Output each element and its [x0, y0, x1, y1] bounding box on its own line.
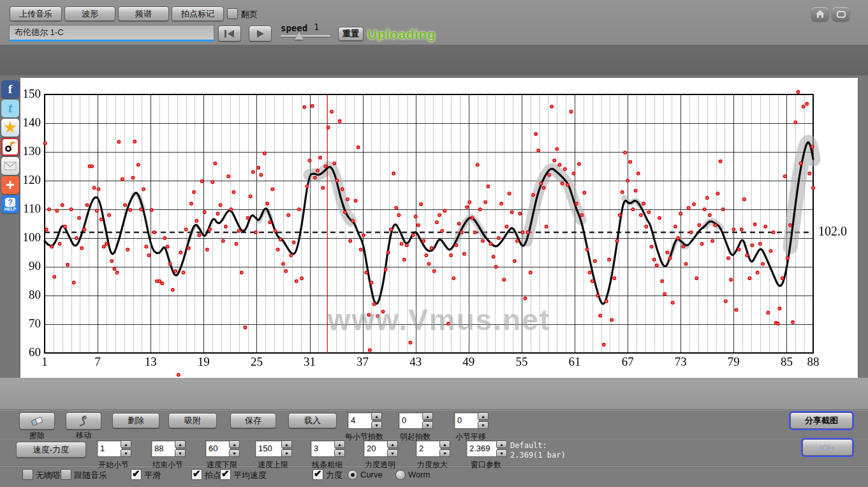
speed-value: 1 [314, 22, 319, 32]
spinner-小节平移-arrows: ▲▼ [478, 412, 489, 429]
tempo-dynamics-button[interactable]: 速度-力度 [16, 442, 86, 458]
spinner-结束小节-up[interactable]: ▲ [175, 440, 186, 448]
weibo-icon [4, 140, 17, 153]
spinner-每小节拍数-value[interactable]: 4 [348, 412, 373, 429]
qzone-star-icon: ★ [4, 119, 17, 136]
spinner-开始小节-arrows: ▲▼ [121, 440, 131, 457]
qzone-share-button[interactable]: ★ [1, 119, 19, 137]
filename-input[interactable]: 布伦德尔 1-C [9, 25, 214, 41]
checkbox-力度[interactable] [313, 469, 323, 480]
spinner-弱起拍数-value[interactable]: 0 [399, 412, 424, 429]
page-turn-checkbox[interactable] [227, 8, 238, 19]
spinner-力度放大-up[interactable]: ▲ [439, 440, 450, 448]
reset-button[interactable]: 重置 [338, 27, 364, 41]
spinner-结束小节-arrows: ▲▼ [175, 440, 186, 457]
move-tool-button[interactable] [66, 412, 101, 430]
erase-tool-button[interactable] [19, 412, 55, 430]
spinner-结束小节-down[interactable]: ▼ [175, 449, 186, 457]
spinner-结束小节-label: 结束小节 [140, 460, 196, 470]
speed-slider[interactable] [281, 35, 330, 37]
upload-music-button[interactable]: 上传音乐 [10, 6, 62, 21]
spinner-速度下限-arrows: ▲▼ [229, 440, 240, 457]
play-icon [256, 29, 265, 38]
spinner-速度下限-value[interactable]: 60 [205, 440, 231, 457]
spinner-力度透明-value[interactable]: 20 [364, 440, 389, 457]
move-curve-icon [77, 416, 90, 427]
waveform-button[interactable]: 波形 [64, 6, 115, 21]
spinner-窗口参数-up[interactable]: ▲ [496, 440, 507, 448]
spinner-每小节拍数-up[interactable]: ▲ [371, 412, 382, 420]
share-screenshot-button[interactable]: 分享截图 [790, 412, 853, 429]
radio-Worm[interactable] [395, 470, 406, 480]
page-turn-label: 翻页 [241, 9, 258, 20]
erase-tool-label: 擦除 [19, 430, 55, 441]
spinner-每小节拍数-down[interactable]: ▼ [371, 421, 382, 429]
spinner-力度透明-label: 力度透明 [352, 460, 408, 470]
radio-Curve[interactable] [348, 470, 358, 480]
spinner-弱起拍数-down[interactable]: ▼ [422, 421, 433, 429]
spinner-速度上限-value[interactable]: 150 [255, 440, 283, 457]
checkbox-label-平均速度: 平均速度 [233, 470, 267, 481]
save-button[interactable]: 保存 [230, 413, 276, 428]
facebook-share-button[interactable]: f [1, 80, 19, 98]
checkbox-label-力度: 力度 [326, 470, 342, 481]
spinner-小节平移-down[interactable]: ▼ [478, 421, 489, 429]
spinner-开始小节-value[interactable]: 1 [97, 440, 122, 457]
spinner-力度放大-value[interactable]: 2 [416, 440, 441, 457]
spinner-力度放大-down[interactable]: ▼ [439, 449, 450, 457]
checkbox-label-拍点: 拍点 [205, 470, 221, 481]
addthis-button[interactable]: + [1, 176, 19, 194]
eraser-icon [30, 416, 44, 426]
app-window: 上传音乐 波形 频谱 拍点标记 翻页 布伦德尔 1-C speed 1 重置 U… [0, 0, 868, 487]
ioi-button[interactable]: IOI+ [802, 439, 853, 456]
spinner-力度透明-up[interactable]: ▲ [387, 440, 398, 448]
fullscreen-button[interactable] [832, 7, 850, 21]
window-param-default: Default:2.369(1 bar) [510, 441, 566, 460]
load-button[interactable]: 载入 [288, 413, 337, 428]
spinner-窗口参数-value[interactable]: 2.369 [466, 440, 498, 457]
spinner-速度上限-label: 速度上限 [244, 460, 302, 470]
radio-label-Worm: Worm [408, 470, 430, 479]
spinner-速度上限-down[interactable]: ▼ [281, 449, 292, 457]
spinner-开始小节-up[interactable]: ▲ [121, 440, 131, 448]
tempo-chart[interactable] [20, 78, 858, 378]
beat-mark-button[interactable]: 拍点标记 [172, 6, 224, 21]
spinner-线条粗细-value[interactable]: 3 [311, 440, 336, 457]
spinner-力度透明-arrows: ▲▼ [387, 440, 398, 457]
question-icon: ? [5, 198, 15, 207]
spinner-速度下限-up[interactable]: ▲ [229, 440, 240, 448]
fullscreen-icon [836, 10, 846, 19]
spinner-速度下限-down[interactable]: ▼ [229, 449, 240, 457]
spinner-线条粗细-label: 线条粗细 [299, 460, 355, 470]
home-button[interactable] [811, 7, 828, 21]
delete-button[interactable]: 删除 [112, 413, 159, 428]
spinner-窗口参数-down[interactable]: ▼ [496, 449, 507, 457]
play-button[interactable] [249, 26, 272, 41]
prev-button[interactable] [218, 26, 241, 41]
checkbox-跟随音乐[interactable] [61, 469, 71, 480]
spinner-弱起拍数-up[interactable]: ▲ [422, 412, 433, 420]
email-share-button[interactable] [1, 157, 19, 175]
speed-slider-thumb[interactable] [295, 32, 304, 40]
twitter-share-button[interactable]: t [1, 100, 19, 117]
spinner-小节平移-value[interactable]: 0 [454, 412, 480, 429]
checkbox-无嘀嗒[interactable] [22, 469, 33, 480]
checkbox-平滑[interactable] [131, 469, 142, 480]
spinner-小节平移-up[interactable]: ▲ [478, 412, 489, 420]
envelope-icon [4, 161, 17, 170]
spinner-结束小节-value[interactable]: 88 [151, 440, 177, 457]
spinner-线条粗细-down[interactable]: ▼ [334, 449, 345, 457]
help-button[interactable]: ? HELP [1, 195, 19, 213]
weibo-share-button[interactable] [1, 138, 19, 156]
spinner-线条粗细-up[interactable]: ▲ [334, 440, 345, 448]
checkbox-拍点[interactable] [191, 469, 202, 480]
spinner-力度放大-arrows: ▲▼ [439, 440, 450, 457]
checkbox-平均速度[interactable] [220, 469, 231, 480]
spinner-力度透明-down[interactable]: ▼ [387, 449, 398, 457]
snap-button[interactable]: 吸附 [168, 413, 217, 428]
spinner-线条粗细-arrows: ▲▼ [334, 440, 345, 457]
move-tool-label: 移动 [66, 430, 101, 441]
spinner-开始小节-down[interactable]: ▼ [121, 449, 131, 457]
spectrum-button[interactable]: 频谱 [118, 6, 169, 21]
spinner-速度上限-up[interactable]: ▲ [281, 440, 292, 448]
